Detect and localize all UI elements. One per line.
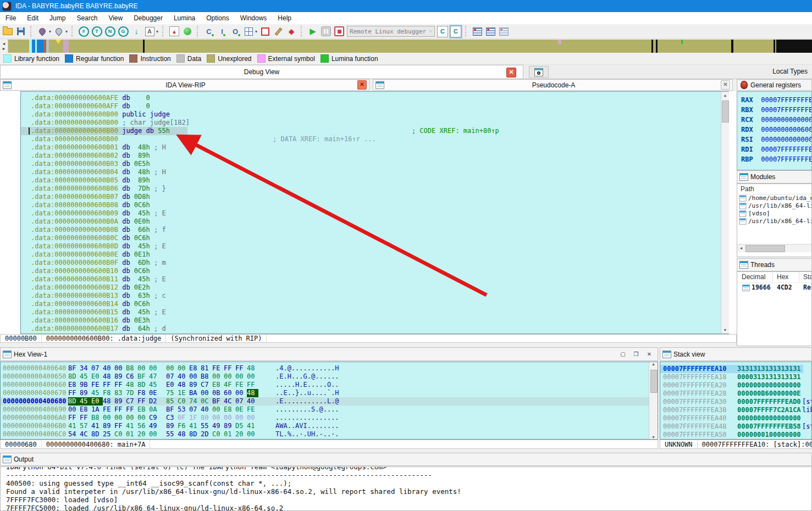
disasm-line[interactable]: .data:0000000000600B10 db 0C6h — [31, 267, 728, 275]
scroll-up-icon[interactable]: ▲ — [721, 92, 729, 99]
ida-view-close-icon[interactable]: ✕ — [357, 80, 367, 90]
disasm-line[interactable]: .data:0000000000600B17 db 64h ; d — [31, 325, 728, 333]
jump-segment-icon[interactable]: N — [104, 26, 115, 37]
stack-row[interactable]: 00007FFFFFFFEA103131313131313131 — [660, 365, 811, 373]
disasm-line[interactable]: .data:0000000000600B12 db 0E2h — [31, 284, 728, 292]
hex-view-scrollbar[interactable]: ▲ ▼ — [649, 362, 658, 439]
hex-row[interactable]: 00000000004006A0FFFFB800000000C9C30F1F80… — [1, 414, 658, 422]
stack-view-header[interactable]: Stack view — [660, 347, 812, 361]
debugger-windows-icon[interactable] — [472, 26, 483, 37]
stack-row[interactable]: 00007FFFFFFFEA28000000B60000000E — [660, 390, 811, 398]
menu-item-options[interactable]: Options — [201, 13, 234, 24]
menu-item-jump[interactable]: Jump — [44, 13, 71, 24]
register-row[interactable]: RCX 0000000000000A1 — [737, 115, 811, 125]
scroll-left-icon[interactable]: ◄ — [737, 245, 745, 252]
navband-scroll-buttons[interactable]: ◄► — [0, 40, 8, 53]
breakpoint-diamond-icon[interactable]: ◆ — [286, 26, 297, 37]
hex-row[interactable]: 00000000004006B041574189FF41564989F64155… — [1, 422, 658, 430]
tab-local-types[interactable]: Local Types — [550, 65, 812, 78]
scroll-down-icon[interactable]: ▼ — [721, 326, 729, 334]
disasm-line[interactable]: .data:0000000000600B00; DATA XREF: main+… — [31, 135, 728, 143]
disasm-line[interactable]: .data:0000000000600B02 db 89h — [31, 152, 728, 160]
continue-process-icon[interactable]: ▶ — [307, 26, 318, 37]
module-row[interactable]: /home/ubuntu/ida_d — [737, 195, 811, 202]
save-file-icon[interactable] — [15, 26, 26, 37]
disasm-line[interactable]: .data:0000000000600B08 db 0C6h — [31, 201, 728, 209]
attach-process-icon[interactable]: C — [437, 26, 448, 37]
stop-process-icon[interactable] — [334, 26, 345, 37]
modules-hscrollbar[interactable]: ◄ — [737, 244, 811, 252]
jump-down-icon[interactable]: ↓ — [131, 26, 142, 37]
watch-list-icon[interactable] — [498, 26, 509, 37]
disassembly-area[interactable]: .data:0000000000600AFE db 0.data:0000000… — [20, 91, 729, 334]
stack-row[interactable]: 00007FFFFFFFEA400000000000000000 — [660, 414, 811, 423]
compile-script-icon[interactable]: C — [203, 26, 214, 37]
disasm-line[interactable]: .data:0000000000600B03 db 0E5h — [31, 160, 728, 168]
stack-area[interactable]: 00007FFFFFFFEA10313131313131313100007FFF… — [660, 362, 812, 440]
threads-header[interactable]: Threads — [737, 258, 812, 271]
stack-row[interactable]: 00007FFFFFFFEA200000000000000000 — [660, 381, 811, 390]
tab-debug-view[interactable]: Debug View ✕ — [0, 65, 523, 78]
disasm-line[interactable]: .data:0000000000600AFF db 0 — [31, 102, 728, 110]
hex-dump-area[interactable]: 0000000000400640BF34074000B800000000E881… — [0, 362, 658, 440]
modules-panel[interactable]: Path /home/ubuntu/ida_d/usr/lib/x86_64-l… — [737, 184, 812, 257]
hex-row[interactable]: 00000000004006508D45E04889C6BF47074000B8… — [1, 373, 658, 381]
disasm-line[interactable]: .data:0000000000600B0D db 45h ; E — [31, 242, 728, 251]
jump-back-caret[interactable]: ▾ — [49, 29, 51, 34]
breakpoint-frame-icon[interactable] — [259, 26, 270, 37]
pause-process-icon[interactable] — [321, 26, 332, 37]
register-row[interactable]: RSI 000000000000000 — [737, 135, 811, 145]
register-row[interactable]: RDX 0000000000600B0 — [737, 125, 811, 135]
menu-item-edit[interactable]: Edit — [21, 13, 44, 24]
hex-row[interactable]: 00000000004006808D45E04889C7FFD285C0740C… — [1, 397, 658, 406]
debugger-selector[interactable]: Remote Linux debugger˅ — [347, 26, 435, 37]
threads-column-headers[interactable]: Decimal Hex Sta — [737, 272, 811, 283]
stack-row[interactable]: 00007FFFFFFFEA3000007FFFFFFFEAD0[st — [660, 398, 811, 406]
disasm-line[interactable]: .data:0000000000600B16 db 0E3h — [31, 316, 728, 325]
desktop-layout-caret[interactable]: ▾ — [255, 29, 257, 34]
disasm-line[interactable]: .data:0000000000600B11 db 45h ; E — [31, 275, 728, 284]
disasm-line[interactable]: .data:0000000000600B14 db 0C6h — [31, 300, 728, 308]
disasm-line[interactable]: .data:0000000000600B09 db 45h ; E — [31, 209, 728, 218]
output-console[interactable]: IDAPython 64-bit v7.4.0 final (serial 0)… — [0, 466, 812, 511]
tab-close-icon[interactable]: ✕ — [506, 68, 516, 77]
script-snippets-icon[interactable]: I — [217, 26, 228, 37]
disasm-line[interactable]: .data:0000000000600B00 public judge — [31, 110, 728, 119]
jump-forward-caret[interactable]: ▾ — [65, 29, 68, 34]
scroll-up-icon[interactable]: ▲ — [649, 362, 658, 366]
modules-header[interactable]: Modules — [737, 170, 812, 184]
register-row[interactable]: RBP 00007FFFFFFFEA3 — [737, 154, 811, 164]
output-header[interactable]: Output — [0, 453, 812, 466]
menu-item-lumina[interactable]: Lumina — [168, 13, 201, 24]
open-file-icon[interactable] — [2, 26, 13, 37]
stack-row[interactable]: 00007FFFFFFFEA500000000100000000 — [660, 431, 811, 439]
disasm-line[interactable]: .data:0000000000600B0C db 0C6h — [31, 234, 728, 242]
pseudocode-header[interactable]: Pseudocode-A ✕ — [373, 79, 733, 91]
text-search-icon[interactable]: A — [144, 26, 155, 37]
general-registers-header[interactable]: General registers — [737, 79, 812, 91]
menu-item-view[interactable]: View — [103, 13, 128, 24]
hex-row[interactable]: 0000000000400660E89BFEFFFF488D45E04889C7… — [1, 381, 658, 389]
text-search-caret[interactable]: ▾ — [156, 29, 158, 34]
hex-row[interactable]: 0000000000400640BF34074000B800000000E881… — [1, 364, 658, 373]
disasm-line[interactable]: .data:0000000000600AFE db 0 — [31, 94, 728, 102]
register-row[interactable]: RBX 00007FFFFFFFEB5 — [737, 105, 811, 115]
menu-item-file[interactable]: File — [0, 13, 21, 24]
edit-icon[interactable] — [273, 26, 284, 37]
disasm-line[interactable]: .data:0000000000600B07 db 0D8h — [31, 193, 728, 201]
stack-row[interactable]: 00007FFFFFFFEA3800007FFFF7C2A1CAlib — [660, 406, 811, 414]
jump-address-icon[interactable]: # — [78, 26, 89, 37]
hex-row[interactable]: 00000000004006C0544C8D25C001200055488D2D… — [1, 430, 658, 438]
scroll-down-icon[interactable]: ▼ — [649, 435, 658, 439]
scrollbar-thumb[interactable] — [745, 245, 785, 252]
disasm-line[interactable]: .data:0000000000600B05 db 89h — [31, 176, 728, 185]
scrollbar-thumb[interactable] — [650, 370, 658, 393]
menu-item-windows[interactable]: Windows — [235, 13, 273, 24]
disasm-line[interactable]: .data:0000000000600B00 judge db 55h; COD… — [31, 127, 728, 135]
tab-info[interactable] — [529, 66, 549, 78]
module-row[interactable]: /usr/lib/x86_64-li — [737, 218, 811, 225]
general-registers-panel[interactable]: RAX 00007FFFFFFFEA1RBX 00007FFFFFFFEB5RC… — [737, 91, 812, 170]
navigation-band[interactable] — [8, 40, 812, 53]
detach-process-icon[interactable]: C — [450, 26, 461, 37]
module-row[interactable]: /usr/lib/x86_64-li — [737, 202, 811, 210]
